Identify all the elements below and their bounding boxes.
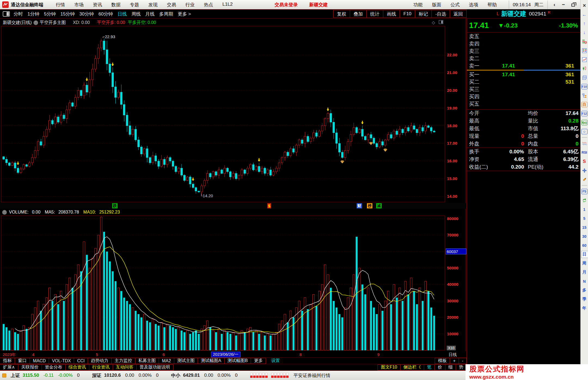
template-tab[interactable]: 模板	[435, 358, 450, 364]
menu-right-item-3[interactable]: 选项	[469, 2, 478, 8]
menu-item-3[interactable]: 数据	[111, 2, 121, 8]
back-icon[interactable]: ←	[581, 10, 588, 19]
period-month-icon[interactable]: 月	[581, 268, 588, 277]
indicator-tab-9[interactable]: 测试主图	[174, 358, 198, 364]
toolbar-button-6[interactable]: -自选	[431, 10, 450, 18]
toolbar-button-0[interactable]: 复权	[333, 10, 350, 18]
menu-item-0[interactable]: 行情	[56, 2, 65, 8]
toolbar-button-2[interactable]: 统计	[366, 10, 383, 18]
tree-icon[interactable]	[581, 91, 588, 100]
restore-icon[interactable]	[571, 4, 575, 7]
info-right-tab-5[interactable]: 势	[456, 364, 467, 370]
date-label[interactable]: 2023/06/26/一	[211, 352, 240, 357]
indicator-tab-7[interactable]: 私募主图	[135, 358, 159, 364]
volume-pane[interactable]: ˇ VOLUME: 0.00 MA5: 208370.78 MA10: 2512…	[0, 209, 467, 351]
stock-shortcut[interactable]: 新疆交建	[309, 2, 328, 8]
indicator-tab-10[interactable]: 测试幅图A	[198, 358, 225, 364]
pencil-icon[interactable]	[581, 175, 588, 184]
indicator-tab-6[interactable]: 主力监控	[111, 358, 135, 364]
scroll-up-icon[interactable]: ↑	[581, 19, 588, 28]
rsi-icon[interactable]: RSI	[581, 148, 588, 157]
settings-tab[interactable]: 设置	[268, 358, 283, 364]
indicator-tab-2[interactable]: MACD	[30, 358, 49, 364]
s-logo-icon[interactable]: S	[581, 157, 588, 166]
menu-item-2[interactable]: 资讯	[93, 2, 102, 8]
menu-item-7[interactable]: 行业	[185, 2, 195, 8]
menu-right-item-1[interactable]: 版面	[432, 2, 441, 8]
period-tab-2[interactable]: 5分钟	[44, 11, 56, 17]
period-tab-9[interactable]: 多周期	[159, 11, 173, 17]
info-right-tab-0[interactable]: 图文F10	[378, 364, 400, 370]
menu-item-5[interactable]: 发现	[148, 2, 158, 8]
toolbar-button-5[interactable]: 标记	[415, 10, 432, 18]
info-right-tab-2[interactable]: 笔	[424, 364, 435, 370]
index-0[interactable]: 上证3115.50-0.11-0.00%0	[2, 372, 84, 379]
indicator-tab-12[interactable]: 更多	[251, 358, 266, 364]
period-1-icon[interactable]: 1	[581, 205, 588, 214]
period-5-icon[interactable]: 5	[581, 214, 588, 223]
tag-chip-跌[interactable]: 跌	[112, 203, 118, 208]
toolbar-button-3[interactable]: 画线	[383, 10, 400, 18]
fx-icon[interactable]: f(x)	[581, 118, 588, 127]
refresh-icon[interactable]	[581, 196, 588, 205]
period-tab-8[interactable]: 月线	[145, 11, 155, 17]
info-tab-4[interactable]: 行业资讯	[89, 364, 113, 370]
period-tab-10[interactable]: 更多 >	[178, 11, 191, 17]
circle-icon[interactable]: ○	[581, 127, 588, 136]
news-icon[interactable]	[581, 73, 588, 82]
tag-chip-减[interactable]: 减	[376, 203, 382, 208]
trade-login-status[interactable]: 交易未登录	[275, 2, 298, 8]
f12-icon[interactable]: F12	[581, 109, 588, 118]
indicator-tab-3[interactable]: VOL-TDX	[49, 358, 74, 364]
menu-item-9[interactable]: L1L2	[222, 2, 233, 8]
indicator-tab-0[interactable]: 指标	[0, 358, 15, 364]
menu-item-6[interactable]: 交易	[167, 2, 176, 8]
info-tab-0[interactable]: 扩展∧	[0, 364, 18, 370]
toolbar-button-7[interactable]: 返回	[450, 10, 467, 18]
toolbar-button-4[interactable]: F10	[400, 10, 415, 18]
diamond-icon[interactable]: ◇	[432, 20, 435, 25]
date-axis[interactable]: 日线 2023年4562023/06/26/一89	[0, 351, 467, 358]
info-right-tab-1[interactable]: 侧边栏《	[400, 364, 424, 370]
scroll-down-icon[interactable]: ↓	[581, 28, 588, 37]
toolbar-button-1[interactable]: 叠加	[350, 10, 367, 18]
volume-dropdown-icon[interactable]: ˇ	[2, 210, 7, 215]
period-tab-3[interactable]: 15分钟	[60, 11, 75, 17]
info-right-tab-3[interactable]: 价	[434, 364, 445, 370]
candlestick-pane[interactable]: 新疆交建(日线) ˇ 平空开多主图 XD: 0.00 平空开多: 0.00 平多…	[0, 19, 467, 203]
menu-right-item-2[interactable]: 公式	[451, 2, 460, 8]
period-tab-1[interactable]: 1分钟	[27, 11, 39, 17]
period-season-icon[interactable]: 季	[581, 295, 588, 304]
info-tab-2[interactable]: 资金分布	[42, 364, 66, 370]
menu-right-item-4[interactable]: 帮助	[488, 2, 497, 8]
layout-split-icon[interactable]	[3, 11, 10, 17]
period-n-icon[interactable]: N	[581, 277, 588, 286]
info-tab-3[interactable]: 综合资讯	[65, 364, 89, 370]
info-tab-5[interactable]: 互动问答	[113, 364, 137, 370]
kline-icon[interactable]	[581, 64, 588, 73]
main-indicator-name[interactable]: 平空开多主图	[40, 20, 66, 26]
period-multi-icon[interactable]: 多	[581, 286, 588, 295]
close-icon[interactable]: ×	[581, 1, 588, 10]
info-right-tab-4[interactable]: 细	[445, 364, 456, 370]
minimize-icon[interactable]: −	[559, 2, 568, 8]
period-week-icon[interactable]: 周	[581, 259, 588, 268]
menu-right-item-0[interactable]: 功能	[414, 2, 423, 8]
zoom-in-tab[interactable]: +	[450, 358, 459, 364]
period-60-icon[interactable]: 60	[581, 241, 588, 250]
indicator-tab-5[interactable]: 趋势动力	[88, 358, 112, 364]
info-tab-6[interactable]: 普及版功能说明	[136, 364, 173, 370]
indicator-tab-4[interactable]: CCI	[74, 358, 88, 364]
trend-chart-icon[interactable]	[581, 55, 588, 64]
period-tab-4[interactable]: 30分钟	[79, 11, 94, 17]
volume-chart[interactable]	[0, 209, 467, 351]
candlestick-chart[interactable]	[0, 19, 467, 203]
zoom-out-tab[interactable]: -	[459, 358, 467, 364]
zixuan-icon[interactable]: 自	[581, 100, 588, 109]
menu-item-4[interactable]: 专题	[130, 2, 139, 8]
index-1[interactable]: 深证10120.60.000.00%0	[92, 372, 163, 379]
report-icon[interactable]	[581, 37, 588, 46]
tag-chip-榜[interactable]: 榜	[367, 203, 372, 208]
indicator-tab-11[interactable]: 测试幅图B	[224, 358, 251, 364]
collapse-icon[interactable]: ‹	[550, 2, 559, 8]
